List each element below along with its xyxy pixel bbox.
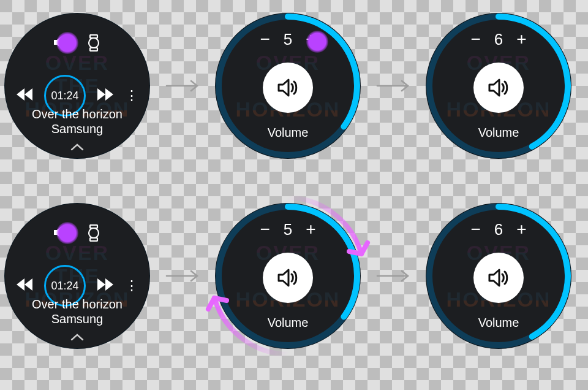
volume-watch-before: − 5 + Volume	[216, 204, 360, 348]
volume-minus-button[interactable]: −	[260, 29, 270, 49]
speaker-icon	[263, 253, 313, 303]
player-watch: 01:24 ⋮ Over the horizon Samsung	[5, 13, 149, 158]
volume-label: Volume	[216, 316, 360, 330]
volume-label: Volume	[216, 126, 360, 140]
volume-plus-button[interactable]: +	[516, 220, 526, 239]
volume-watch-before: − 5 + Volume	[216, 13, 360, 158]
sequence-tap: 01:24 ⋮ Over the horizon Samsung	[5, 13, 583, 158]
swipe-up-hint	[5, 142, 149, 153]
volume-value: 6	[494, 30, 503, 49]
elapsed-time: 01:24	[51, 90, 78, 102]
watch-icon[interactable]	[86, 224, 102, 242]
track-artist: Samsung	[5, 312, 149, 326]
volume-minus-button[interactable]: −	[470, 29, 480, 49]
volume-minus-button[interactable]: −	[470, 220, 480, 239]
skip-back-button[interactable]	[16, 278, 33, 294]
svg-point-7	[89, 228, 99, 238]
volume-minus-button[interactable]: −	[260, 220, 270, 239]
track-artist: Samsung	[5, 121, 149, 136]
volume-value: 5	[284, 220, 292, 239]
volume-value: 6	[494, 220, 503, 239]
swipe-up-hint	[5, 332, 149, 343]
svg-point-2	[89, 38, 99, 48]
volume-plus-button[interactable]: +	[516, 29, 526, 49]
player-watch: 01:24 ⋮ Over the horizon Samsung	[5, 204, 149, 348]
volume-label: Volume	[426, 316, 571, 330]
speaker-icon	[473, 63, 524, 113]
track-title: Over the horizon	[5, 107, 149, 121]
volume-value: 5	[284, 30, 292, 49]
transition-arrow	[376, 269, 410, 283]
elapsed-time: 01:24	[51, 280, 78, 292]
volume-label: Volume	[426, 126, 571, 140]
volume-plus-button[interactable]: +	[306, 29, 315, 49]
transition-arrow	[165, 269, 200, 283]
volume-icon[interactable]	[53, 224, 71, 242]
skip-forward-button[interactable]	[97, 278, 114, 294]
speaker-icon	[473, 253, 524, 303]
volume-watch-after: − 6 + Volume	[426, 204, 571, 348]
track-title: Over the horizon	[5, 297, 149, 312]
sequence-rotate: 01:24 ⋮ Over the horizon Samsung	[5, 204, 583, 348]
speaker-icon	[263, 63, 313, 113]
transition-arrow	[165, 78, 200, 93]
more-menu-button[interactable]: ⋮	[125, 279, 138, 292]
watch-icon[interactable]	[86, 34, 102, 52]
skip-back-button[interactable]	[16, 88, 33, 104]
volume-icon[interactable]	[53, 34, 71, 52]
skip-forward-button[interactable]	[97, 88, 114, 104]
volume-watch-after: − 6 + Volume	[426, 13, 571, 158]
transition-arrow	[376, 78, 410, 93]
more-menu-button[interactable]: ⋮	[125, 89, 138, 102]
volume-plus-button[interactable]: +	[306, 220, 315, 239]
